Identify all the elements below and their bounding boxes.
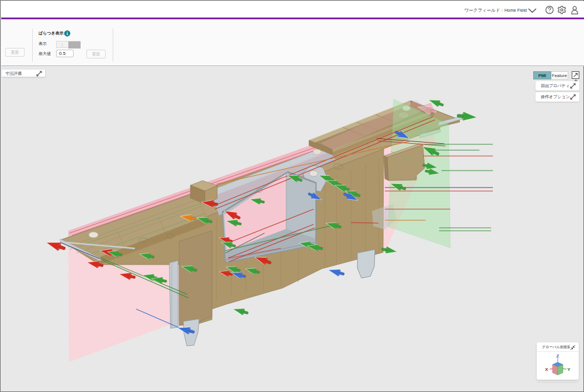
svg-text:Y: Y: [567, 367, 571, 372]
svg-text:Z: Z: [557, 353, 559, 359]
svg-text:X: X: [545, 367, 548, 372]
